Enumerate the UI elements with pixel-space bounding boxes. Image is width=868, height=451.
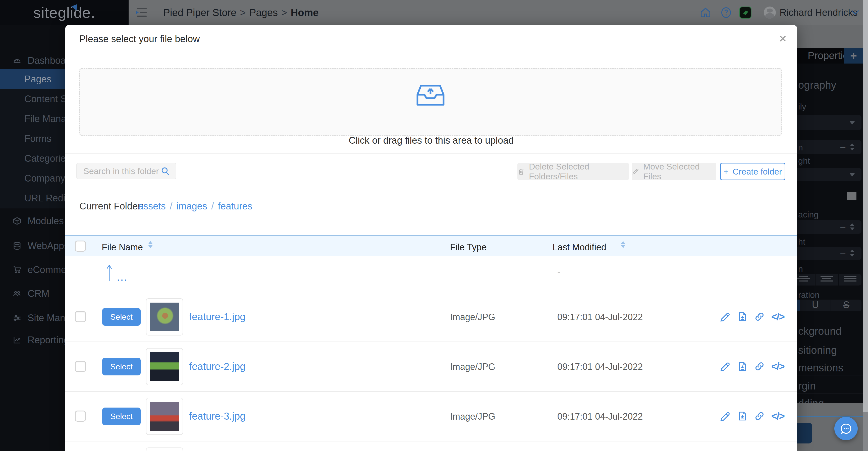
download-file-icon[interactable] [737, 361, 748, 372]
edit-icon[interactable] [719, 361, 731, 372]
align-center-button[interactable] [797, 274, 815, 286]
user-name[interactable]: Richard Hendricks [780, 0, 858, 25]
column-last-modified[interactable]: Last Modified [553, 242, 606, 253]
panel-divider [797, 393, 863, 393]
avatar[interactable] [764, 6, 776, 19]
file-thumbnail[interactable] [146, 348, 183, 385]
home-icon[interactable] [700, 7, 711, 18]
breadcrumb-site[interactable]: Pied Piper Store [163, 7, 236, 18]
code-icon[interactable]: </> [771, 411, 784, 422]
strikethrough-button[interactable]: S [831, 299, 862, 311]
column-file-name[interactable]: File Name [102, 242, 143, 253]
row-checkbox[interactable] [75, 311, 86, 322]
parent-folder-link[interactable]: ... [117, 271, 128, 283]
search-input[interactable] [83, 166, 159, 176]
collapse-menu-icon[interactable] [135, 7, 148, 18]
add-panel-button[interactable]: + [844, 48, 863, 64]
page-scrollbar[interactable] [863, 0, 868, 451]
link-icon[interactable] [754, 311, 765, 322]
breadcrumb-pages[interactable]: Pages [249, 7, 278, 18]
file-modified: 09:17:01 04-Jul-2022 [557, 411, 643, 422]
link-icon[interactable] [754, 410, 765, 422]
logo-text: siteglide. [33, 4, 95, 21]
siteglide-app-badge-icon[interactable] [739, 6, 751, 19]
table-header: File Name File Type Last Modified [65, 235, 797, 256]
decoration-active-segment[interactable] [797, 299, 800, 311]
logo[interactable]: siteglide. [0, 0, 129, 25]
row-actions: </> [719, 410, 784, 422]
up-arrow-icon[interactable] [105, 264, 113, 282]
code-icon[interactable]: </> [771, 361, 784, 372]
folder-link-images[interactable]: images [176, 201, 207, 212]
modules-icon [12, 217, 22, 226]
search-icon[interactable] [160, 166, 170, 176]
file-name-link[interactable]: feature-1.jpg [189, 311, 246, 322]
color-swatch[interactable] [847, 192, 857, 200]
folder-link-features[interactable]: features [218, 201, 252, 212]
folder-link-assets[interactable]: assets [138, 201, 166, 212]
table-row: Select feature-1.jpg Image/JPG 09:17:01 … [65, 292, 797, 342]
file-thumbnail[interactable] [146, 298, 183, 335]
close-icon[interactable]: × [774, 30, 792, 47]
delete-selected-button[interactable]: Delete Selected Folders/Files [517, 163, 629, 180]
folder-search [76, 163, 176, 179]
people-icon [12, 289, 22, 298]
upload-hint: Click or drag files to this area to uplo… [65, 135, 797, 146]
stepper-icon[interactable] [850, 250, 855, 257]
font-size-input[interactable]: n – [797, 140, 862, 154]
decoration-button-group: U S [797, 299, 862, 311]
sort-icon[interactable] [148, 241, 153, 248]
page-scrollbar-thumb[interactable] [863, 412, 868, 451]
help-icon[interactable] [720, 7, 732, 18]
file-type: Image/JPG [450, 362, 495, 372]
select-button[interactable]: Select [102, 308, 141, 326]
file-name-link[interactable]: feature-2.jpg [189, 361, 246, 372]
select-button[interactable]: Select [102, 408, 141, 425]
upload-dropzone[interactable] [80, 68, 782, 136]
decoration-label: ration [798, 290, 819, 300]
download-file-icon[interactable] [737, 410, 748, 422]
chevron-down-icon[interactable] [851, 9, 860, 15]
create-folder-button[interactable]: + Create folder [720, 163, 785, 180]
file-thumbnail[interactable] [146, 398, 183, 435]
align-right-button[interactable] [815, 274, 839, 286]
letter-spacing-input[interactable]: – [797, 220, 862, 234]
modal-header-divider [65, 53, 797, 53]
file-modified: 09:17:01 04-Jul-2022 [557, 362, 643, 372]
row-checkbox[interactable] [75, 361, 86, 372]
plus-icon: + [850, 49, 857, 63]
panel-divider [797, 320, 863, 320]
download-file-icon[interactable] [737, 311, 748, 322]
edit-icon[interactable] [719, 311, 731, 322]
select-button[interactable]: Select [102, 358, 141, 376]
stepper-icon[interactable] [850, 223, 855, 230]
chart-icon [12, 335, 22, 345]
properties-tab[interactable]: Properties [797, 48, 844, 64]
underline-button[interactable]: U [800, 299, 831, 311]
letter-spacing-label: acing [798, 210, 818, 220]
chat-icon [840, 422, 853, 435]
topbar-divider [154, 0, 154, 25]
dashboard-icon [12, 56, 22, 65]
select-all-checkbox[interactable] [75, 240, 86, 252]
code-icon[interactable]: </> [771, 311, 784, 322]
parent-folder-row[interactable]: ... - [65, 256, 797, 292]
line-height-label: ht [798, 237, 805, 247]
margin-section-label: rgin [798, 380, 816, 392]
link-icon[interactable] [754, 361, 765, 372]
line-height-input[interactable]: – [797, 247, 862, 260]
file-name-link[interactable]: feature-3.jpg [189, 411, 246, 422]
breadcrumb-home: Home [290, 7, 318, 18]
chat-fab[interactable] [834, 417, 858, 440]
font-weight-select[interactable] [797, 168, 862, 181]
align-justify-button[interactable] [839, 274, 862, 286]
edit-icon[interactable] [719, 410, 731, 422]
pencil-icon [632, 168, 639, 175]
row-checkbox[interactable] [75, 411, 86, 422]
font-family-select[interactable] [797, 115, 862, 130]
move-selected-button[interactable]: Move Selected Files [632, 163, 716, 180]
sort-icon[interactable] [621, 241, 625, 248]
panel-divider [797, 99, 863, 99]
stepper-icon[interactable] [850, 143, 855, 151]
table-row: Select feature-3.jpg Image/JPG 09:17:01 … [65, 392, 797, 442]
